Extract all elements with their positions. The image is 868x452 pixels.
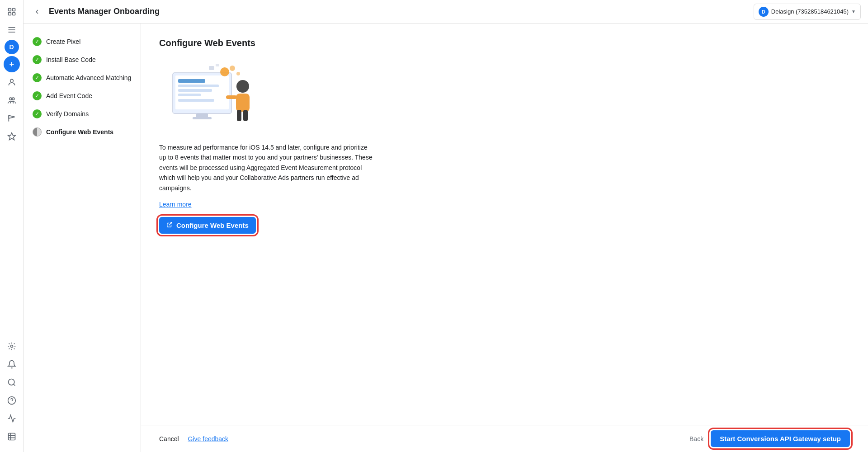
sidebar-label-create-pixel: Create Pixel xyxy=(46,38,80,45)
nav-settings-icon[interactable] xyxy=(4,338,20,354)
svg-rect-2 xyxy=(8,13,11,15)
account-avatar: D xyxy=(759,7,769,17)
nav-analytics-icon[interactable] xyxy=(4,410,20,427)
svg-point-32 xyxy=(220,67,229,76)
sidebar-item-configure-web-events[interactable]: Configure Web Events xyxy=(24,123,141,141)
sidebar-item-add-event-code[interactable]: ✓ Add Event Code xyxy=(24,87,141,105)
configure-web-events-button[interactable]: Configure Web Events xyxy=(159,217,256,234)
step-icon-advanced-matching: ✓ xyxy=(33,73,42,82)
svg-rect-19 xyxy=(8,433,15,440)
svg-rect-38 xyxy=(243,110,248,121)
svg-point-9 xyxy=(10,79,13,82)
svg-rect-41 xyxy=(216,64,219,66)
content-wrapper: ✓ Create Pixel ✓ Install Base Code ✓ Aut… xyxy=(24,24,868,452)
back-navigation-button[interactable] xyxy=(31,5,43,18)
external-link-icon xyxy=(166,221,173,229)
svg-rect-36 xyxy=(236,94,250,112)
nav-bell-icon[interactable] xyxy=(4,356,20,372)
chevron-down-icon: ▼ xyxy=(851,9,856,14)
nav-search-icon[interactable] xyxy=(4,374,20,391)
page-header-title: Events Manager Onboarding xyxy=(49,7,748,16)
main-content-panel: Configure Web Events xyxy=(141,24,868,452)
svg-rect-26 xyxy=(178,85,219,87)
svg-rect-29 xyxy=(178,99,214,102)
nav-menu-icon[interactable] xyxy=(4,22,20,38)
svg-point-34 xyxy=(236,72,240,75)
svg-point-33 xyxy=(230,66,235,71)
svg-rect-25 xyxy=(178,79,205,83)
content-body: Configure Web Events xyxy=(141,24,868,425)
start-conversions-api-button[interactable]: Start Conversions API Gateway setup xyxy=(711,430,850,447)
give-feedback-button[interactable]: Give feedback xyxy=(188,435,229,443)
nav-help-icon[interactable] xyxy=(4,392,20,409)
cancel-button[interactable]: Cancel xyxy=(159,435,179,443)
onboarding-sidebar: ✓ Create Pixel ✓ Install Base Code ✓ Aut… xyxy=(24,24,141,452)
footer-right-actions: Back Start Conversions API Gateway setup xyxy=(689,430,850,447)
step-icon-install-base-code: ✓ xyxy=(33,55,42,64)
svg-point-11 xyxy=(12,98,14,100)
account-selector[interactable]: D Delasign (735285184621045) ▼ xyxy=(754,4,861,20)
sidebar-label-install-base-code: Install Base Code xyxy=(46,56,96,63)
nav-home-icon[interactable] xyxy=(4,4,20,20)
svg-rect-27 xyxy=(178,89,212,92)
nav-flag-icon[interactable] xyxy=(4,110,20,127)
svg-rect-0 xyxy=(8,9,11,11)
step-icon-configure-web-events xyxy=(33,127,42,137)
step-icon-add-event-code: ✓ xyxy=(33,91,42,100)
nav-add-button[interactable] xyxy=(4,56,20,72)
nav-star-icon[interactable] xyxy=(4,128,20,145)
svg-rect-31 xyxy=(193,117,212,119)
configure-web-events-illustration xyxy=(159,59,268,132)
learn-more-link[interactable]: Learn more xyxy=(159,201,192,208)
svg-point-15 xyxy=(8,379,14,385)
svg-point-10 xyxy=(9,98,12,100)
sidebar-item-advanced-matching[interactable]: ✓ Automatic Advanced Matching xyxy=(24,69,141,87)
svg-point-35 xyxy=(236,80,249,93)
svg-rect-39 xyxy=(226,95,237,99)
nav-rail: D xyxy=(0,0,24,452)
top-header: Events Manager Onboarding D Delasign (73… xyxy=(24,0,868,24)
sidebar-label-add-event-code: Add Event Code xyxy=(46,92,92,99)
sidebar-label-advanced-matching: Automatic Advanced Matching xyxy=(46,74,131,81)
page-footer: Cancel Give feedback Back Start Conversi… xyxy=(141,425,868,452)
step-icon-create-pixel: ✓ xyxy=(33,37,42,46)
svg-rect-1 xyxy=(12,9,15,11)
content-page-title: Configure Web Events xyxy=(159,38,850,48)
nav-avatar[interactable]: D xyxy=(5,40,19,54)
svg-line-16 xyxy=(13,384,15,386)
svg-rect-37 xyxy=(237,110,241,121)
account-name: Delasign (735285184621045) xyxy=(771,8,849,15)
svg-marker-13 xyxy=(8,133,15,140)
sidebar-label-verify-domains: Verify Domains xyxy=(46,110,89,118)
sidebar-label-configure-web-events: Configure Web Events xyxy=(46,128,113,136)
svg-line-42 xyxy=(169,222,172,225)
sidebar-item-install-base-code[interactable]: ✓ Install Base Code xyxy=(24,51,141,69)
configure-description: To measure ad performance for iOS 14.5 a… xyxy=(159,142,376,193)
svg-rect-28 xyxy=(178,94,201,96)
svg-rect-3 xyxy=(12,13,15,15)
sidebar-item-verify-domains[interactable]: ✓ Verify Domains xyxy=(24,105,141,123)
sidebar-item-create-pixel[interactable]: ✓ Create Pixel xyxy=(24,33,141,51)
nav-group-icon[interactable] xyxy=(4,92,20,108)
svg-rect-40 xyxy=(209,66,214,70)
nav-people-icon[interactable] xyxy=(4,74,20,90)
footer-left-actions: Cancel Give feedback xyxy=(159,435,228,443)
step-icon-verify-domains: ✓ xyxy=(33,109,42,118)
configure-btn-label: Configure Web Events xyxy=(176,221,249,229)
main-area: Events Manager Onboarding D Delasign (73… xyxy=(24,0,868,452)
nav-table-icon[interactable] xyxy=(4,428,20,445)
svg-point-14 xyxy=(10,345,13,348)
back-button[interactable]: Back xyxy=(689,435,703,443)
